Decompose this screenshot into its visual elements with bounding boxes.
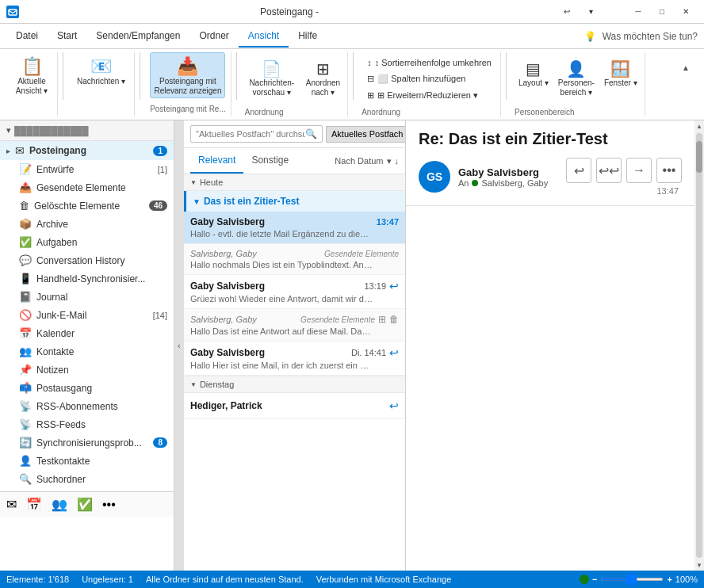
- kontakte-label: Kontakte: [36, 346, 74, 357]
- maximize-button[interactable]: □: [650, 0, 674, 24]
- fenster-button[interactable]: 🪟 Fenster ▾: [600, 55, 641, 100]
- search-scope-label: Aktuelles Postfach ▾: [331, 129, 406, 139]
- zoom-plus-button[interactable]: +: [667, 575, 671, 584]
- ribbon-search-label[interactable]: Was möchten Sie tun?: [603, 31, 698, 42]
- email-item-hediger[interactable]: Hediger, Patrick ↩: [184, 393, 405, 419]
- minimize-button[interactable]: ─: [626, 0, 650, 24]
- delete-icon-4[interactable]: 🗑: [389, 314, 399, 325]
- sidebar-item-notizen[interactable]: 📌 Notizen: [0, 361, 174, 379]
- section-dienstag[interactable]: ▼ Dienstag: [184, 376, 405, 393]
- email-preview-2: Hallo nochmals Dies ist ein Typoblindtex…: [190, 260, 373, 269]
- sidebar-item-kontakte[interactable]: 👥 Kontakte: [0, 342, 174, 361]
- sidebar-item-entwurfe[interactable]: 📝 Entwürfe [1]: [0, 160, 174, 178]
- kalender-label: Kalender: [36, 328, 75, 339]
- sort-bar[interactable]: Nach Datum ▾ ↓: [335, 156, 399, 166]
- forward-button[interactable]: →: [626, 158, 652, 183]
- anordnen-nach-label: Anordnennach ▾: [306, 78, 340, 97]
- section-heute[interactable]: ▼ Heute: [184, 174, 405, 191]
- postausgang-icon: 📫: [19, 382, 32, 394]
- reading-pane-scrollbar[interactable]: ▲ ▼: [694, 120, 704, 571]
- sort-direction-icon[interactable]: ↓: [395, 156, 400, 166]
- tab-relevant[interactable]: Relevant: [190, 148, 243, 174]
- sidebar-item-rss-feeds[interactable]: 📡 RSS-Feeds: [0, 415, 174, 433]
- quick-access-undo[interactable]: ↩: [555, 0, 579, 24]
- heute-triangle: ▼: [190, 179, 197, 186]
- nav-tasks-icon[interactable]: ✅: [77, 497, 93, 512]
- email-sender-1: Gaby Salvisberg: [190, 216, 265, 227]
- status-connection-indicator: [580, 575, 589, 584]
- personenbereich-button[interactable]: 👤 Personen-bereich ▾: [554, 55, 599, 100]
- tab-sonstige[interactable]: Sonstige: [243, 148, 297, 174]
- tab-start[interactable]: Start: [48, 25, 86, 48]
- sidebar-item-journal[interactable]: 📓 Journal: [0, 288, 174, 306]
- hediger-sender: Hediger, Patrick: [190, 400, 262, 411]
- tab-datei[interactable]: Datei: [6, 25, 48, 48]
- email-sent-label-2: Gesendete Elemente: [324, 250, 399, 258]
- sidebar-item-conversation-history[interactable]: 💬 Conversation History: [0, 251, 174, 269]
- nav-calendar-icon[interactable]: 📅: [26, 497, 42, 512]
- sidebar-item-posteingang[interactable]: ▸ ✉ Posteingang 1: [0, 141, 174, 160]
- reply-all-button[interactable]: ↩↩: [596, 158, 622, 183]
- thread-header-zitier-test[interactable]: ▼ Das ist ein Zitier-Test: [184, 191, 405, 212]
- layout-button[interactable]: ▤ Layout ▾: [515, 55, 553, 100]
- more-actions-button[interactable]: •••: [656, 158, 682, 183]
- posteingang-badge: 1: [153, 146, 167, 156]
- sidebar-item-postausgang[interactable]: 📫 Postausgang: [0, 379, 174, 397]
- sidebar-collapse-button[interactable]: ‹: [174, 120, 184, 571]
- anordnen-nach-button[interactable]: ⊞ Anordnennach ▾: [302, 55, 344, 100]
- sidebar-item-archive[interactable]: 📦 Archive: [0, 215, 174, 233]
- erweitern-reduzieren-button[interactable]: ⊞ ⊞ Erweitern/Reduzieren ▾: [362, 88, 484, 103]
- search-scope-button[interactable]: Aktuelles Postfach ▾: [326, 126, 406, 143]
- geloeschte-icon: 🗑: [19, 200, 29, 212]
- email-item-3[interactable]: Gaby Salvisberg 13:19 ↩ Grüezi wohl Wied…: [184, 275, 405, 309]
- spalten-hinzufuegen-button[interactable]: ⊟ ⬜ Spalten hinzufügen: [362, 71, 471, 86]
- sidebar-account[interactable]: ▾ ████████████: [0, 120, 174, 141]
- nachrichten-button[interactable]: 📧 Nachrichten ▾: [73, 52, 129, 88]
- zoom-slider[interactable]: [600, 578, 664, 581]
- tab-ansicht[interactable]: Ansicht: [239, 25, 289, 48]
- kalender-icon: 📅: [19, 327, 32, 339]
- email-item-1[interactable]: Gaby Salvisberg 13:47 Hallo - evtl. die …: [184, 212, 405, 244]
- zoom-minus-button[interactable]: −: [592, 575, 597, 584]
- scroll-down-arrow[interactable]: ▼: [694, 559, 704, 571]
- search-input[interactable]: [196, 129, 305, 139]
- ribbon-group-sort-options: ↕ ↕ Sortierreihenfolge umkehren ⊟ ⬜ Spal…: [358, 52, 501, 116]
- entwurfe-icon: 📝: [19, 163, 32, 175]
- posteingang-relevanz-label: Posteingang mitRelevanz anzeigen: [154, 77, 221, 96]
- email-sender-5: Gaby Salvisberg: [190, 347, 265, 358]
- aktuelle-ansicht-button[interactable]: 📋 AktuelleAnsicht ▾: [11, 52, 52, 98]
- sidebar-item-handheld[interactable]: 📱 Handheld-Synchronisier...: [0, 269, 174, 288]
- sidebar-item-sync[interactable]: 🔄 Synchronisierungsprob... 8: [0, 433, 174, 452]
- ribbon-search-area: 💡 Was möchten Sie tun?: [584, 31, 698, 42]
- email-item-4[interactable]: Salvisberg, Gaby Gesendete Elemente ⊞ 🗑 …: [184, 309, 405, 342]
- nav-more-icon[interactable]: •••: [102, 498, 116, 512]
- sidebar-item-kalender[interactable]: 📅 Kalender: [0, 324, 174, 342]
- reply-button[interactable]: ↩: [566, 158, 591, 183]
- tab-senden-empfangen[interactable]: Senden/Empfangen: [86, 25, 189, 48]
- tab-ordner[interactable]: Ordner: [189, 25, 238, 48]
- scroll-thumb[interactable]: [696, 141, 702, 173]
- sortierreihenfolge-button[interactable]: ↕ ↕ Sortierreihenfolge umkehren: [362, 55, 497, 70]
- sidebar-item-testkontakte[interactable]: 👤 Testkontakte: [0, 452, 174, 470]
- email-tabs-bar: Relevant Sonstige Nach Datum ▾ ↓: [184, 148, 405, 174]
- sidebar-item-rss-abonnements[interactable]: 📡 RSS-Abonnements: [0, 397, 174, 415]
- sidebar-item-suchordner[interactable]: 🔍 Suchordner: [0, 470, 174, 488]
- ribbon-collapse-button[interactable]: ▲: [674, 55, 698, 79]
- email-sender-3: Gaby Salvisberg: [190, 281, 265, 292]
- sidebar-item-junk[interactable]: 🚫 Junk-E-Mail [14]: [0, 306, 174, 324]
- email-item-2[interactable]: Salvisberg, Gaby Gesendete Elemente Hall…: [184, 244, 405, 275]
- posteingang-relevanz-button[interactable]: 📥 Posteingang mitRelevanz anzeigen: [150, 52, 225, 98]
- sidebar-item-aufgaben[interactable]: ✅ Aufgaben: [0, 233, 174, 251]
- sidebar-item-gesendete[interactable]: 📤 Gesendete Elemente: [0, 178, 174, 197]
- account-label: ████████████: [14, 126, 89, 136]
- search-input-wrap[interactable]: 🔍: [190, 125, 323, 143]
- tab-hilfe[interactable]: Hilfe: [289, 25, 327, 48]
- nav-mail-icon[interactable]: ✉: [6, 497, 17, 512]
- quick-access-more[interactable]: ▾: [579, 0, 603, 24]
- scroll-up-arrow[interactable]: ▲: [694, 120, 704, 132]
- close-button[interactable]: ✕: [674, 0, 698, 24]
- email-item-5[interactable]: Gaby Salvisberg Di. 14:41 ↩ Hallo Hier i…: [184, 342, 405, 376]
- nav-contacts-icon[interactable]: 👥: [52, 497, 67, 512]
- nachrichtenvorschau-button[interactable]: 📄 Nachrichten-vorschau ▾: [245, 55, 299, 100]
- sidebar-item-geloeschte[interactable]: 🗑 Gelöschte Elemente 46: [0, 197, 174, 215]
